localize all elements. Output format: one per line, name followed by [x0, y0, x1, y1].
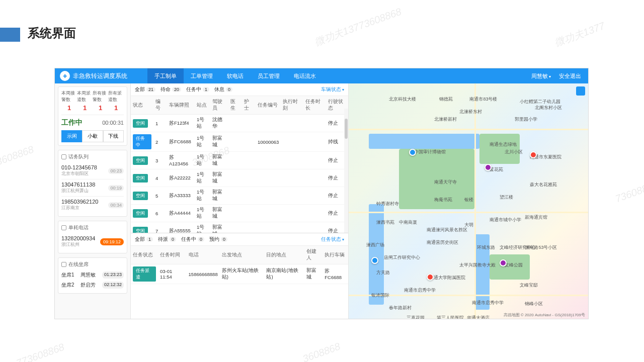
map-label: 钟秀谢村寺 — [376, 201, 399, 207]
map-label: 中南商厦 — [399, 219, 417, 226]
map-label: 北濠桥新村 — [434, 116, 457, 123]
nav-manual-order[interactable]: 手工制单 — [147, 68, 184, 83]
single-call-loc: 浙江杭州 — [61, 241, 95, 248]
online-seats-card: 在线坐席 坐席1 周慧敏 01:23:23 坐席2 舒启芳 02:12:32 — [58, 257, 127, 294]
queue-time: 00:23 — [108, 168, 124, 174]
status-badge: 空闲 — [133, 156, 148, 165]
app-logo: ✚ 非急救转运调度系统 — [55, 71, 132, 81]
vehicle-status-dropdown[interactable]: 车辆状态 — [321, 86, 344, 93]
map-label: 濠南路53号小区 — [525, 244, 557, 251]
map-label: 南通濠河风景名胜区 — [427, 227, 467, 233]
status-badge: 空闲 — [133, 192, 148, 200]
stat-label: 本周接警数 — [61, 90, 77, 103]
user-menu[interactable]: 周慧敏 — [531, 72, 551, 80]
col-header: 护士 — [242, 96, 256, 115]
nav-softphone[interactable]: 软电话 — [220, 68, 251, 83]
vehicle-row[interactable]: 空闲 4苏A222221号站郭富城 停止 — [131, 169, 348, 187]
tab-all[interactable]: 全部21 — [135, 86, 155, 93]
task-status-badge: 任务派遣 — [133, 266, 156, 282]
map-label: 中国审计博物馆 — [414, 149, 446, 155]
map-label: 文峰宝邸 — [520, 282, 538, 289]
map-label: 南通大学附属医院 — [429, 275, 465, 281]
break-button[interactable]: 小歇 — [82, 130, 103, 142]
map[interactable]: 北京科技大楼锦德苑南通市83号楼小红帽第二子幼儿园北濠桥东村北濠桥新村郭里园小学… — [349, 83, 588, 319]
map-layer-toggle[interactable] — [576, 86, 585, 96]
queue-item[interactable]: 010-12345678 北京市朝阳区 00:23 — [61, 162, 124, 179]
seat-time: 01:23:23 — [102, 272, 124, 279]
map-label: 锦峰小区 — [525, 301, 543, 307]
col-header: 创建人 — [304, 246, 323, 264]
map-label: 南通市启秀中学 — [404, 287, 436, 294]
seat-name: 舒启芳 — [80, 282, 96, 289]
map-label: 北川小区 — [505, 149, 523, 155]
map-label: 郭里园小学 — [515, 116, 537, 123]
nav-order-mgmt[interactable]: 工单管理 — [184, 68, 220, 83]
offline-button[interactable]: 下线 — [103, 130, 124, 142]
tab-wait[interactable]: 待命20 — [160, 86, 181, 93]
task-tab-all[interactable]: 全部1 — [135, 236, 153, 243]
vehicle-row[interactable]: 空闲 5苏A333331号站郭富城 停止 — [131, 187, 348, 205]
queue-loc: 北京市朝阳区 — [61, 170, 97, 177]
task-status-dropdown[interactable]: 任务状态 — [321, 236, 344, 243]
status-badge: 空闲 — [133, 174, 148, 183]
watermark: 73608868 — [0, 143, 35, 169]
map-label: 南通营历史街区 — [427, 239, 458, 246]
map-label: 华通大酒店 — [467, 315, 490, 319]
stat-value: 1 — [83, 104, 87, 112]
task-tab-task[interactable]: 任务中0 — [181, 236, 204, 243]
vehicle-row[interactable]: 任务中 2苏FC66881号站郭富城 10000063掉线 — [131, 132, 348, 152]
map-label: 太平兴国教寺大殿 — [459, 262, 496, 268]
map-label: 梅庵书苑 — [434, 197, 452, 203]
vehicle-row[interactable]: 空闲 6苏A444441号站郭富城 停止 — [131, 205, 348, 222]
stat-value: 1 — [114, 104, 118, 112]
col-header: 编号 — [153, 96, 167, 115]
person-icon — [61, 262, 66, 267]
status-badge: 空闲 — [133, 209, 148, 218]
task-tab-resv[interactable]: 预约0 — [209, 236, 227, 243]
logout-link[interactable]: 安全退出 — [559, 72, 581, 80]
task-tab-wait[interactable]: 待派0 — [158, 236, 176, 243]
seat-id: 坐席2 — [61, 282, 74, 289]
sidebar: 本周接警数 本周派遣数 所有接警数 所有派遣数 1 1 1 1 工作中 00:0… — [55, 83, 130, 319]
tab-rest[interactable]: 休息0 — [214, 86, 232, 93]
single-call-phone: 13282000934 — [61, 235, 95, 241]
work-status-label: 工作中 — [61, 118, 83, 127]
work-timer: 00:00:31 — [102, 120, 124, 126]
map-credit: 高德地图 © 2020 AutoNavi - GS(2018)1709号 — [504, 312, 585, 318]
queue-title: 话务队列 — [68, 153, 89, 160]
task-row[interactable]: 任务派遣 03-01 11:5415866668888苏州火车站(地铁站)南京南… — [131, 264, 348, 284]
seat-time: 02:12:32 — [102, 282, 124, 289]
map-label: 唐闸工作研究中心 — [384, 254, 420, 261]
app-window: ✚ 非急救转运调度系统 手工制单 工单管理 软电话 员工管理 电话流水 周慧敏 … — [54, 68, 589, 319]
task-table: 任务状态任务时间电话出发地点目的地点创建人执行车辆 任务派遣 03-01 11:… — [131, 246, 348, 284]
single-call-card: 单耗电话 13282000934 浙江杭州 09:19:12 — [58, 221, 127, 253]
queue-item[interactable]: 198503962120 江苏南京 00:34 — [61, 197, 124, 213]
status-badge: 空闲 — [133, 119, 148, 128]
vehicle-row[interactable]: 空闲 1苏F123f41号站沈德华 停止 — [131, 115, 348, 132]
col-header: 医生 — [228, 96, 242, 115]
task-tabs: 全部1 待派0 任务中0 预约0 任务状态 — [131, 233, 348, 246]
nav-call-log[interactable]: 电话流水 — [287, 68, 323, 83]
map-label: 第三人民医院 — [437, 315, 464, 319]
vehicle-row[interactable]: 空闲 7苏A555551号站郭富城 停止 — [131, 222, 348, 233]
map-label: 北京科技大楼 — [389, 96, 416, 103]
map-label: 文峰公园 — [505, 262, 523, 268]
watermark: 微功夫1377 — [553, 19, 607, 50]
col-header: 执行车辆 — [323, 246, 348, 264]
map-label: 方天路 — [376, 269, 390, 276]
col-header: 出发地点 — [220, 246, 265, 264]
idle-button[interactable]: 示闲 — [61, 130, 82, 142]
scrollbar[interactable] — [344, 109, 348, 233]
map-label: 南通天守寺 — [434, 179, 457, 186]
queue-item[interactable]: 13047611138 浙江杭州萧山 00:19 — [61, 179, 124, 197]
col-header: 状态 — [131, 96, 153, 115]
watermark: 3608868 — [301, 340, 342, 362]
nav-staff-mgmt[interactable]: 员工管理 — [251, 68, 287, 83]
map-label: 森大名花雅苑 — [530, 182, 557, 188]
app-header: ✚ 非急救转运调度系统 手工制单 工单管理 软电话 员工管理 电话流水 周慧敏 … — [55, 68, 588, 83]
map-label: 银涛国际 — [371, 292, 389, 299]
col-header: 站点 — [195, 96, 211, 115]
vehicle-row[interactable]: 空闲 3苏A1234561号站郭富城 停止 — [131, 152, 348, 169]
tab-task[interactable]: 任务中1 — [186, 86, 209, 93]
map-label: 三喜花园 — [407, 315, 425, 319]
